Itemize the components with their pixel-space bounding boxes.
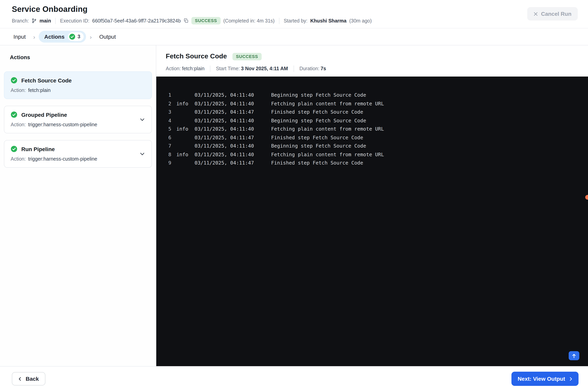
action-name: Run Pipeline	[21, 146, 55, 152]
log-level	[176, 116, 190, 125]
git-branch-icon	[32, 18, 37, 23]
log-line: 703/11/2025, 04:11:40Beginning step Fetc…	[161, 142, 580, 150]
app-root: Service Onboarding Branch: main Executio…	[0, 0, 588, 391]
log-line: 603/11/2025, 04:11:47Finished step Fetch…	[161, 133, 580, 142]
check-circle-icon	[11, 111, 17, 118]
log-level	[176, 159, 190, 167]
execution-id-value: 660f50a7-5eef-43a6-9ff7-2a2179c3824b	[92, 18, 181, 23]
log-message: Finished step Fetch Source Code	[271, 133, 363, 142]
started-by-label: Started by:	[284, 18, 308, 23]
stepper: Input›Actions3›Output	[0, 28, 588, 45]
log-timestamp: 03/11/2025, 04:11:47	[195, 133, 257, 142]
detail-action-label: Action:	[166, 66, 181, 71]
log-line-number: 9	[161, 159, 171, 167]
action-card-meta: Action:trigger:harness-custom-pipeline	[11, 156, 145, 162]
tab-label: Input	[13, 33, 26, 40]
log-lines: 103/11/2025, 04:11:40Beginning step Fetc…	[161, 91, 580, 167]
log-timestamp: 03/11/2025, 04:11:40	[195, 99, 257, 108]
back-label: Back	[26, 376, 39, 382]
start-time-value: 3 Nov 2025, 4:11 AM	[241, 66, 288, 71]
chevron-right-icon: ›	[90, 33, 92, 40]
copy-icon[interactable]	[184, 18, 189, 23]
tab-output[interactable]: Output	[95, 31, 120, 42]
log-timestamp: 03/11/2025, 04:11:40	[195, 91, 257, 99]
action-card-grouped-pipeline[interactable]: Grouped Pipeline Action:trigger:harness-…	[4, 106, 152, 133]
tab-input[interactable]: Input	[9, 31, 30, 42]
log-level	[176, 142, 190, 150]
action-card-run-pipeline[interactable]: Run Pipeline Action:trigger:harness-cust…	[4, 140, 152, 168]
start-time-label: Start Time:	[216, 66, 240, 71]
cancel-run-button[interactable]: Cancel Run	[527, 7, 578, 20]
log-line-number: 5	[161, 125, 171, 133]
log-message: Beginning step Fetch Source Code	[271, 91, 366, 99]
log-line-number: 4	[161, 116, 171, 125]
log-level	[176, 133, 190, 142]
divider	[279, 17, 279, 24]
detail-duration: Duration:7s	[299, 66, 326, 71]
action-card-header: Grouped Pipeline	[11, 111, 145, 118]
detail-action: Action:fetch:plain	[166, 66, 204, 71]
footer: Back Next: View Output	[0, 366, 588, 391]
log-timestamp: 03/11/2025, 04:11:40	[195, 116, 257, 125]
log-level: info	[176, 99, 190, 108]
started-by-ago: (30m ago)	[349, 18, 372, 23]
next-view-output-button[interactable]: Next: View Output	[511, 372, 579, 386]
log-line-number: 2	[161, 99, 171, 108]
log-line: 5info03/11/2025, 04:11:40Fetching plain …	[161, 125, 580, 133]
divider	[210, 66, 210, 72]
log-line: 303/11/2025, 04:11:47Finished step Fetch…	[161, 108, 580, 116]
action-card-header: Run Pipeline	[11, 146, 145, 152]
log-timestamp: 03/11/2025, 04:11:47	[195, 108, 257, 116]
back-button[interactable]: Back	[12, 372, 46, 386]
scroll-to-top-button[interactable]	[569, 351, 579, 360]
header-left: Service Onboarding Branch: main Executio…	[12, 5, 372, 24]
sidebar-title: Actions	[10, 54, 152, 60]
detail-header: Fetch Source Code SUCCESS	[156, 45, 588, 60]
log-message: Beginning step Fetch Source Code	[271, 116, 366, 125]
action-value: trigger:harness-custom-pipeline	[28, 156, 97, 162]
detail-panel: Fetch Source Code SUCCESS Action:fetch:p…	[156, 45, 588, 366]
action-card-meta: Action:fetch:plain	[11, 88, 145, 93]
detail-action-value: fetch:plain	[182, 66, 204, 71]
chevron-down-icon[interactable]	[139, 151, 145, 157]
log-message: Fetching plain content from remote URL	[271, 99, 384, 108]
tab-actions[interactable]: Actions3	[39, 31, 86, 43]
log-line-number: 6	[161, 133, 171, 142]
log-message: Finished step Fetch Source Code	[271, 108, 363, 116]
action-card-header: Fetch Source Code	[11, 77, 145, 84]
log-console[interactable]: 103/11/2025, 04:11:40Beginning step Fetc…	[156, 77, 588, 366]
step-count: 3	[78, 34, 80, 39]
started-by-name: Khushi Sharma	[310, 18, 346, 23]
next-label: Next: View Output	[518, 376, 565, 382]
action-card-meta: Action:trigger:harness-custom-pipeline	[11, 122, 145, 127]
arrow-up-icon	[572, 353, 576, 358]
detail-meta-row: Action:fetch:plain Start Time:3 Nov 2025…	[156, 60, 588, 77]
log-line-number: 3	[161, 108, 171, 116]
log-line: 403/11/2025, 04:11:40Beginning step Fetc…	[161, 116, 580, 125]
action-card-fetch-source-code[interactable]: Fetch Source Code Action:fetch:plain	[4, 71, 152, 99]
status-badge: SUCCESS	[192, 17, 221, 24]
log-line-number: 1	[161, 91, 171, 99]
tab-label: Actions	[44, 33, 65, 40]
duration-value: 7s	[321, 66, 326, 71]
action-name: Grouped Pipeline	[21, 111, 67, 118]
chevron-right-icon	[568, 376, 573, 381]
page-title: Service Onboarding	[12, 5, 372, 14]
check-circle-icon	[69, 33, 76, 40]
log-level	[176, 108, 190, 116]
log-line: 8info03/11/2025, 04:11:40Fetching plain …	[161, 150, 580, 159]
chevron-down-icon[interactable]	[139, 117, 145, 122]
close-icon	[534, 12, 538, 16]
chevron-right-icon: ›	[33, 33, 35, 40]
check-circle-icon	[11, 77, 17, 84]
step-count-badge: 3	[68, 32, 84, 41]
cancel-run-label: Cancel Run	[541, 11, 572, 17]
chevron-left-icon	[17, 376, 22, 381]
log-line-number: 7	[161, 142, 171, 150]
log-message: Fetching plain content from remote URL	[271, 125, 384, 133]
action-value: trigger:harness-custom-pipeline	[28, 122, 97, 127]
action-name: Fetch Source Code	[21, 77, 72, 84]
log-level: info	[176, 150, 190, 159]
log-message: Fetching plain content from remote URL	[271, 150, 384, 159]
log-timestamp: 03/11/2025, 04:11:40	[195, 150, 257, 159]
